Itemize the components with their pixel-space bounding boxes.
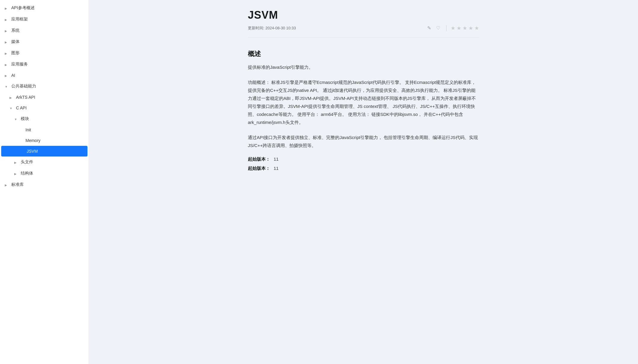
chevron-right-icon [5,62,9,67]
chevron-right-icon [5,73,9,78]
meta-icons: ✎ ♡ ★ ★ ★ ★ ★ [427,25,479,31]
sidebar-label: 标准库 [11,182,24,187]
sidebar-item-app-framework[interactable]: 应用框架 [0,14,89,25]
sidebar-label: 结构体 [21,171,33,176]
page-title: JSVM [248,9,479,21]
sidebar-label: Init [25,127,31,132]
sidebar-label: 系统 [11,28,20,33]
section-overview-title: 概述 [248,50,479,58]
sidebar-item-app-service[interactable]: 应用服务 [0,59,89,70]
sidebar-label: 头文件 [21,159,33,165]
sidebar-label: 公共基础能力 [11,84,36,89]
chevron-down-icon [5,84,9,89]
heart-icon[interactable]: ♡ [436,25,442,31]
chevron-down-icon [9,106,14,110]
sidebar-item-api-ref[interactable]: API参考概述 [0,2,89,14]
chevron-right-icon [14,160,19,165]
sidebar-item-c-api[interactable]: C API [0,103,89,113]
sidebar-label: Memory [25,138,41,143]
para3: 通过API接口为开发者提供独立、标准、完整的JavaScript引擎能力， 包括… [248,133,479,149]
sidebar-label: 应用服务 [11,62,28,67]
chevron-right-icon [5,51,9,55]
sidebar-label: C API [16,106,27,110]
sidebar-item-system[interactable]: 系统 [0,25,89,36]
sidebar-item-struct[interactable]: 结构体 [0,168,89,179]
sidebar-item-graphics[interactable]: 图形 [0,47,89,59]
sidebar-item-init[interactable]: Init [0,124,89,135]
chevron-right-icon [9,95,14,100]
update-time: 更新时间: 2024-08-30 10:33 [248,25,296,31]
chevron-down-icon [14,116,19,121]
main-content: JSVM 更新时间: 2024-08-30 10:33 ✎ ♡ ★ ★ ★ ★ … [89,0,638,364]
chevron-none [19,138,24,143]
sidebar-item-ai[interactable]: AI [0,70,89,81]
sidebar-label: ArkTS API [16,95,35,100]
version-label-1: 起始版本： [248,157,270,162]
version-field-1: 起始版本： 11 [248,157,479,162]
divider [446,25,446,31]
sidebar-item-modules[interactable]: 模块 [0,113,89,124]
sidebar-item-header-files[interactable]: 头文件 [0,157,89,168]
para1: 提供标准的JavaScript引擎能力。 [248,63,479,71]
version-value-1: 11 [274,157,279,162]
sidebar-item-media[interactable]: 媒体 [0,36,89,47]
sidebar: API参考概述应用框架系统媒体图形应用服务AI公共基础能力ArkTS APIC … [0,0,89,364]
edit-icon[interactable]: ✎ [427,25,433,31]
sidebar-label: 媒体 [11,39,20,44]
chevron-right-icon [5,17,9,22]
sidebar-label: JSVM [27,149,38,154]
version-value-2: 11 [274,166,279,171]
sidebar-label: 模块 [21,116,29,122]
star-rating[interactable]: ★ ★ ★ ★ ★ [451,25,479,31]
sidebar-label: 图形 [11,50,20,56]
chevron-none [19,127,24,132]
version-field-2: 起始版本： 11 [248,166,479,171]
star-3[interactable]: ★ [462,25,467,31]
star-5[interactable]: ★ [474,25,479,31]
sidebar-item-memory[interactable]: Memory [0,135,89,146]
version-label-2: 起始版本： [248,166,270,171]
chevron-right-icon [5,6,9,10]
sidebar-item-public-base[interactable]: 公共基础能力 [0,81,89,92]
para2: 功能概述： 标准JS引擎是严格遵守Ecmascript规范的JavaScript… [248,78,479,126]
star-1[interactable]: ★ [451,25,455,31]
sidebar-item-stdlib[interactable]: 标准库 [0,179,89,190]
sidebar-label: AI [11,73,15,78]
star-2[interactable]: ★ [457,25,461,31]
sidebar-label: API参考概述 [11,5,35,11]
chevron-right-icon [5,28,9,33]
chevron-right-icon [14,171,19,176]
chevron-right-icon [5,39,9,44]
chevron-none [20,149,25,154]
star-4[interactable]: ★ [468,25,473,31]
meta-bar: 更新时间: 2024-08-30 10:33 ✎ ♡ ★ ★ ★ ★ ★ [248,25,479,38]
sidebar-label: 应用框架 [11,17,28,22]
sidebar-item-arkts-api[interactable]: ArkTS API [0,92,89,103]
sidebar-item-jsvm[interactable]: JSVM [1,146,87,157]
chevron-right-icon [5,182,9,187]
